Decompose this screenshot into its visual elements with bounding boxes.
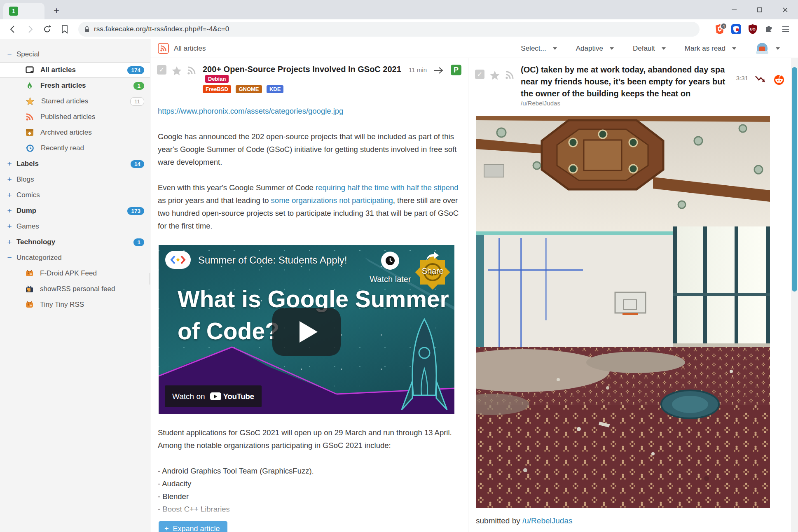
- sidebar-category-uncategorized[interactable]: − Uncategorized: [0, 250, 150, 266]
- article-checkbox[interactable]: ✓: [475, 70, 484, 79]
- inline-link[interactable]: requiring half the time with half the st…: [316, 183, 459, 192]
- open-original-arrow-icon[interactable]: [433, 66, 444, 75]
- mark-as-read-dropdown[interactable]: Mark as read: [685, 44, 736, 53]
- select-dropdown[interactable]: Select...: [521, 44, 557, 53]
- article-meta: 3:31: [736, 64, 784, 107]
- unread-count: 1: [133, 238, 144, 246]
- minimize-button[interactable]: [721, 0, 747, 19]
- avatar: [755, 43, 769, 54]
- reading-list-icon: [26, 66, 34, 74]
- expand-icon[interactable]: +: [5, 206, 14, 215]
- sidebar-item-showrss-feed[interactable]: showRSS personal feed: [0, 281, 150, 297]
- expand-icon[interactable]: +: [5, 175, 14, 184]
- bitwarden-icon[interactable]: [729, 22, 744, 37]
- video-title[interactable]: Summer of Code: Students Apply!: [198, 254, 347, 266]
- star-toggle-icon[interactable]: [171, 66, 182, 94]
- watch-later-button[interactable]: Watch later: [370, 252, 411, 286]
- article-checkbox[interactable]: ✓: [157, 65, 166, 75]
- order-by-dropdown[interactable]: Default: [633, 44, 666, 53]
- new-tab-button[interactable]: +: [50, 5, 63, 17]
- toolbar-controls: Select... Adaptive Default Mark as read: [521, 43, 791, 54]
- reload-button[interactable]: [40, 22, 55, 37]
- expand-icon[interactable]: +: [5, 159, 14, 168]
- label-row: FreeBSD GNOME KDE: [203, 85, 404, 94]
- back-button[interactable]: [5, 22, 20, 37]
- article-header: ✓ (OC) taken by me at work today, abando…: [475, 64, 784, 107]
- paragraph: Google has announced the 202 open-source…: [158, 130, 459, 168]
- list-item: - Boost C++ Libraries: [158, 503, 459, 516]
- sidebar-category-labels[interactable]: + Labels 14: [0, 156, 150, 172]
- headlines-frame: All articles Select... Adaptive Default: [150, 39, 798, 532]
- sidebar-item-archived-articles[interactable]: Archived articles: [0, 125, 150, 140]
- expand-icon[interactable]: +: [5, 191, 14, 200]
- sidebar-category-blogs[interactable]: + Blogs: [0, 172, 150, 187]
- label-badge: GNOME: [236, 85, 262, 93]
- scrollbar-thumb[interactable]: [792, 67, 797, 292]
- article-link[interactable]: https://www.phoronix.com/assets/categori…: [158, 107, 343, 115]
- sidebar-category-dump[interactable]: + Dump 173: [0, 203, 150, 219]
- list-item: - Android Graphics Tool Team (GraphicsFu…: [158, 464, 459, 477]
- play-button[interactable]: [272, 308, 341, 356]
- unread-count: 173: [127, 207, 144, 215]
- share-arrow-icon: [426, 251, 440, 261]
- publish-rss-icon[interactable]: [505, 70, 514, 107]
- expand-icon[interactable]: +: [5, 222, 14, 231]
- sidebar-item-recently-read[interactable]: Recently read: [0, 140, 150, 156]
- article-title[interactable]: (OC) taken by me at work today, abandone…: [521, 65, 725, 98]
- inline-link[interactable]: some organizations not participating: [271, 196, 393, 205]
- sidebar-item-fdroid-feed[interactable]: F-Droid APK Feed: [0, 266, 150, 281]
- sidebar-category-technology[interactable]: + Technology 1: [0, 234, 150, 250]
- vertical-scrollbar[interactable]: [791, 58, 798, 532]
- feed-favicon: [26, 270, 33, 278]
- star-toggle-icon[interactable]: [489, 70, 500, 107]
- paragraph: Even with this year's Google Summer of C…: [158, 181, 459, 232]
- profile-menu[interactable]: [755, 43, 780, 54]
- article-photo-abandoned-spa[interactable]: [476, 116, 770, 508]
- sidebar-item-fresh-articles[interactable]: Fresh articles 1: [0, 78, 150, 93]
- browser-tab[interactable]: 1: [3, 3, 44, 19]
- sidebar-item-tinytinyrss-feed[interactable]: Tiny Tiny RSS: [0, 297, 150, 313]
- brave-shields-icon[interactable]: 4: [712, 22, 727, 37]
- clock-icon: [381, 252, 399, 270]
- address-bar[interactable]: rss.fakecake.org/tt-rss/index.php#f=-4&c…: [78, 22, 700, 37]
- ublock-origin-icon[interactable]: UO: [745, 22, 760, 37]
- view-mode-dropdown[interactable]: Adaptive: [576, 44, 614, 53]
- article-card-gsoc: ✓ 200+ Open-Source Projects Involved In …: [150, 58, 468, 532]
- browser-menu-icon[interactable]: [778, 22, 793, 37]
- feed-tree: − Special All articles 174 Fresh article…: [0, 39, 150, 532]
- maximize-button[interactable]: [747, 0, 772, 19]
- article-submitted-line: submitted by /u/RebelJudas: [476, 516, 784, 525]
- link-comments[interactable]: [link] [comments]: [475, 530, 534, 532]
- divider: [708, 24, 708, 34]
- sidebar-item-all-articles[interactable]: All articles 174: [0, 62, 150, 78]
- sidebar-category-games[interactable]: + Games: [0, 219, 150, 234]
- collapse-icon[interactable]: −: [5, 50, 14, 59]
- author-link[interactable]: /u/RebelJudas: [522, 516, 572, 525]
- watch-on-youtube-button[interactable]: Watch on YouTube: [165, 385, 262, 407]
- sidebar-category-special[interactable]: − Special: [0, 47, 150, 62]
- forward-button[interactable]: [23, 22, 37, 37]
- expand-article-button[interactable]: + Expand article: [159, 521, 227, 532]
- article-title[interactable]: 200+ Open-Source Projects Involved In GS…: [203, 65, 401, 74]
- chevron-down-icon: [610, 47, 614, 50]
- extensions-puzzle-icon[interactable]: [762, 22, 777, 37]
- rss-feed-icon: [158, 43, 169, 54]
- window-controls: [721, 0, 798, 19]
- label-badge: FreeBSD: [203, 85, 231, 93]
- youtube-embed[interactable]: Summer of Code: Students Apply! Watch la…: [159, 245, 454, 414]
- sidebar-category-comics[interactable]: + Comics: [0, 187, 150, 203]
- label-badge: KDE: [267, 85, 283, 93]
- youtube-logo: YouTube: [210, 390, 254, 403]
- bookmarks-button[interactable]: [57, 22, 72, 37]
- publish-rss-icon[interactable]: [187, 66, 196, 94]
- tv-feed-favicon: [26, 285, 33, 293]
- close-button[interactable]: [772, 0, 798, 19]
- collapse-icon[interactable]: −: [5, 253, 14, 262]
- share-button[interactable]: </> Share: [422, 252, 444, 278]
- article-content: https://www.phoronix.com/assets/categori…: [158, 105, 459, 532]
- expand-icon[interactable]: +: [5, 238, 14, 247]
- sidebar-item-published-articles[interactable]: Published articles: [0, 109, 150, 125]
- ttrss-app: − Special All articles 174 Fresh article…: [0, 39, 798, 532]
- sidebar-item-starred-articles[interactable]: Starred articles 11: [0, 93, 150, 109]
- article-meta: 11 min P: [409, 64, 461, 94]
